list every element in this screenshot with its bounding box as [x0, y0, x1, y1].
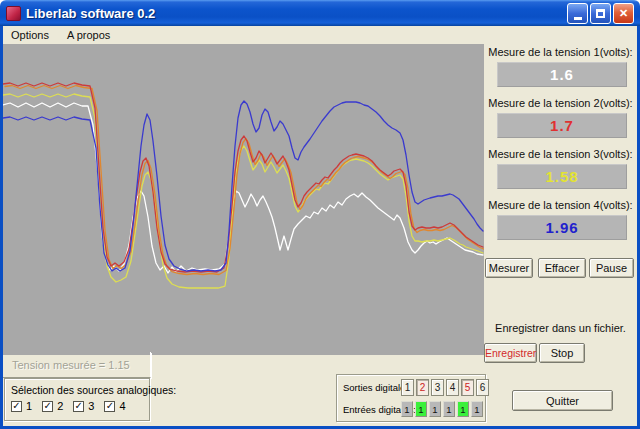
window-body: Options A propos Tension mesurée = 1.15 … [0, 26, 640, 429]
entree-digitale-5: 1 [457, 401, 469, 417]
enregistrer-button[interactable]: Enregistrer [484, 343, 537, 363]
sortie-digitale-2[interactable]: 2 [416, 379, 429, 396]
app-window: Liberlab software 0.2 ✕ Options A propos… [0, 0, 640, 429]
analog-source-item-2: ✓2 [42, 400, 63, 412]
sortie-digitale-5[interactable]: 5 [461, 379, 474, 396]
tension-label-1: Mesure de la tension 1(volts): [484, 46, 637, 58]
entree-digitale-4: 1 [443, 401, 455, 417]
checkbox-source-1[interactable]: ✓ [11, 401, 22, 412]
stop-button[interactable]: Stop [539, 343, 585, 363]
digital-io-group: Sorties digitales: 123456 Entrées digita… [336, 374, 486, 422]
checkbox-source-3[interactable]: ✓ [73, 401, 84, 412]
menu-apropos[interactable]: A propos [67, 29, 110, 41]
entrees-row: Entrées digitales: 111111 [337, 400, 485, 419]
title-bar[interactable]: Liberlab software 0.2 ✕ [0, 0, 640, 26]
app-icon [6, 6, 21, 21]
trace-channel-4-blue [3, 101, 483, 271]
sorties-row: Sorties digitales: 123456 [337, 378, 485, 397]
tension-label-4: Mesure de la tension 4(volts): [484, 199, 637, 211]
entrees-indicators: 111111 [399, 401, 483, 417]
analog-sources-label: Sélection des sources analogiques: [5, 379, 149, 396]
tension-label-3: Mesure de la tension 3(volts): [484, 148, 637, 160]
sortie-digitale-4[interactable]: 4 [446, 379, 459, 396]
entree-digitale-2: 1 [415, 401, 427, 417]
sorties-buttons: 123456 [399, 379, 489, 396]
mesurer-button[interactable]: Mesurer [485, 258, 533, 278]
sortie-digitale-3[interactable]: 3 [431, 379, 444, 396]
menu-options[interactable]: Options [11, 29, 49, 41]
checkbox-label-4: 4 [119, 400, 125, 412]
tension-value-3: 1.58 [497, 164, 627, 189]
entree-digitale-6: 1 [471, 401, 483, 417]
quitter-button[interactable]: Quitter [512, 390, 613, 411]
window-controls: ✕ [567, 3, 634, 24]
tension-value-2: 1.7 [497, 113, 627, 138]
status-label: Tension mesurée = 1.15 Volts [3, 352, 151, 378]
voltage-chart [3, 44, 484, 355]
measurement-panel: Mesurer Effacer Pause Enregistrer dans u… [484, 26, 637, 426]
file-section-label: Enregistrer dans un fichier. [484, 322, 637, 334]
analog-sources-checkboxes: ✓1✓2✓3✓4 [5, 396, 149, 412]
trace-channel-3-yellow [3, 94, 483, 288]
pause-button[interactable]: Pause [589, 258, 634, 278]
checkbox-label-3: 3 [88, 400, 94, 412]
checkbox-source-2[interactable]: ✓ [42, 401, 53, 412]
analog-sources-group: Sélection des sources analogiques: ✓1✓2✓… [4, 378, 150, 421]
checkbox-label-2: 2 [57, 400, 63, 412]
checkbox-label-1: 1 [26, 400, 32, 412]
analog-source-item-1: ✓1 [11, 400, 32, 412]
minimize-button[interactable] [567, 3, 588, 24]
tension-label-2: Mesure de la tension 2(volts): [484, 97, 637, 109]
maximize-icon [596, 9, 605, 18]
trace-shadow-channel-2-red [5, 86, 484, 275]
close-button[interactable]: ✕ [613, 3, 634, 24]
window-title: Liberlab software 0.2 [26, 6, 567, 21]
sortie-digitale-1[interactable]: 1 [401, 379, 414, 396]
tension-value-1: 1.6 [497, 62, 627, 87]
trace-channel-2-red [3, 83, 483, 272]
tension-value-4: 1.96 [497, 215, 627, 240]
analog-source-item-4: ✓4 [104, 400, 125, 412]
effacer-button[interactable]: Effacer [538, 258, 586, 278]
entree-digitale-1: 1 [401, 401, 413, 417]
minimize-icon [574, 17, 582, 20]
entree-digitale-3: 1 [429, 401, 441, 417]
maximize-button[interactable] [590, 3, 611, 24]
checkbox-source-4[interactable]: ✓ [104, 401, 115, 412]
analog-source-item-3: ✓3 [73, 400, 94, 412]
